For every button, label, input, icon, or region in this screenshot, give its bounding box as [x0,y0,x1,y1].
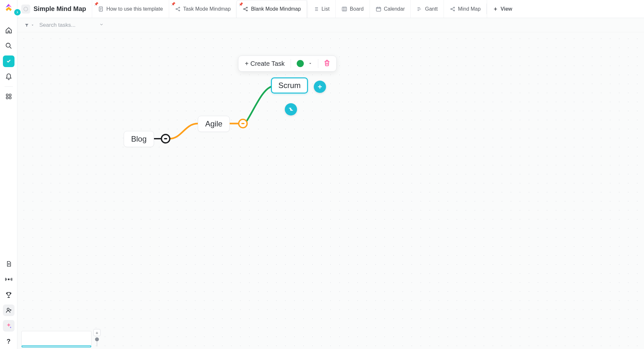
add-view-label: View [501,6,512,12]
filter-bar [17,18,644,32]
status-dot-icon [297,60,304,67]
svg-point-11 [179,7,180,8]
left-rail: ? [0,0,17,349]
toolbar-divider [318,59,318,68]
tab-task-mode-mindmap[interactable]: 📌 Task Mode Mindmap [169,0,237,18]
tab-board[interactable]: Board [335,0,370,18]
tab-mindmap[interactable]: Mind Map [444,0,486,18]
filter-button[interactable] [23,20,36,30]
node-label: Blog [131,135,147,143]
list-icon-chip[interactable] [21,5,30,14]
ai-button[interactable] [3,320,14,332]
pin-icon: 📌 [94,2,99,6]
create-task-button[interactable]: + Create Task [240,56,289,71]
search-button[interactable] [3,40,14,52]
tab-label: How to use this template [106,6,163,12]
minimap[interactable] [21,331,91,347]
search-input[interactable] [39,20,97,30]
tab-label: Calendar [384,6,405,12]
add-view-button[interactable]: View [487,0,518,18]
svg-rect-16 [342,7,347,11]
help-button[interactable]: ? [3,335,14,347]
tab-list[interactable]: List [307,0,335,18]
svg-point-20 [454,10,455,11]
svg-rect-17 [376,7,381,11]
chevron-down-icon [308,62,312,65]
filter-icon [24,23,29,27]
home-button[interactable] [3,25,14,36]
docs-button[interactable] [3,258,14,270]
svg-point-13 [244,9,245,10]
trash-icon [323,59,331,66]
tab-howto[interactable]: 📌 How to use this template [92,0,168,18]
delete-node-button[interactable] [320,59,334,68]
svg-point-18 [451,8,452,9]
collapse-toggle-blog[interactable] [161,134,170,144]
svg-point-7 [7,308,9,310]
plus-icon [317,84,323,90]
svg-rect-5 [9,97,11,99]
pulse-button[interactable] [3,274,14,285]
svg-point-12 [179,10,180,11]
tab-label: Gantt [425,6,437,12]
notifications-button[interactable] [3,71,14,83]
svg-point-8 [24,7,28,11]
svg-point-6 [8,279,9,280]
tab-gantt[interactable]: Gantt [410,0,443,18]
svg-point-0 [6,43,10,47]
node-scrum[interactable]: Scrum [271,77,308,94]
tab-label: Blank Mode Mindmap [251,6,301,12]
goals-button[interactable] [3,289,14,301]
collapse-toolbar-button[interactable] [97,20,106,30]
mindmap-icon [450,6,456,12]
expand-sidebar-button[interactable] [14,9,21,15]
node-blog[interactable]: Blog [124,131,154,147]
connections-layer [17,32,644,349]
minus-icon [164,138,167,139]
tab-label: Task Mode Mindmap [183,6,231,12]
svg-point-15 [246,10,247,11]
mindmap-icon [243,6,248,12]
doc-icon [98,6,104,12]
calendar-icon [376,6,381,12]
views-tabs: 📌 How to use this template 📌 Task Mode M… [92,0,518,18]
create-task-label: + Create Task [245,60,285,67]
chevron-down-icon [31,24,34,27]
page-title[interactable]: Simple Mind Map [34,5,86,13]
tab-blank-mode-mindmap[interactable]: 📌 Blank Mode Mindmap [236,0,307,18]
rail-divider [5,86,13,87]
chevron-down-icon [99,22,104,27]
topbar: Simple Mind Map 📌 How to use this templa… [17,0,644,18]
zoom-in-button[interactable]: + [93,329,101,336]
list-icon [313,6,319,12]
svg-rect-3 [9,94,11,96]
svg-point-10 [176,8,177,9]
tasks-button[interactable] [3,55,14,67]
pin-icon: 📌 [171,2,176,6]
status-dropdown[interactable] [292,56,317,71]
app-logo[interactable] [4,3,14,12]
node-subtask-button[interactable] [285,103,297,115]
mindmap-icon [175,6,181,12]
svg-rect-4 [6,97,8,99]
minimap-viewport[interactable] [22,345,91,347]
node-label: Agile [205,119,222,128]
gantt-icon [417,6,422,12]
apps-button[interactable] [3,91,14,102]
add-child-button[interactable] [314,81,326,93]
zoom-slider-thumb[interactable] [95,337,99,341]
toolbar-divider [291,59,291,68]
svg-rect-2 [6,94,8,96]
node-toolbar: + Create Task [238,55,337,72]
tab-calendar[interactable]: Calendar [370,0,411,18]
pin-icon: 📌 [239,2,243,6]
subtask-icon [288,106,294,112]
svg-point-19 [454,7,455,8]
board-icon [341,6,347,12]
minus-icon [241,123,245,124]
node-agile[interactable]: Agile [198,116,230,132]
mindmap-canvas[interactable]: + Create Task Blog Agile Scrum + [17,32,644,349]
collapse-toggle-agile[interactable] [238,119,248,128]
plus-icon: + [96,330,99,335]
invite-button[interactable] [3,304,14,316]
